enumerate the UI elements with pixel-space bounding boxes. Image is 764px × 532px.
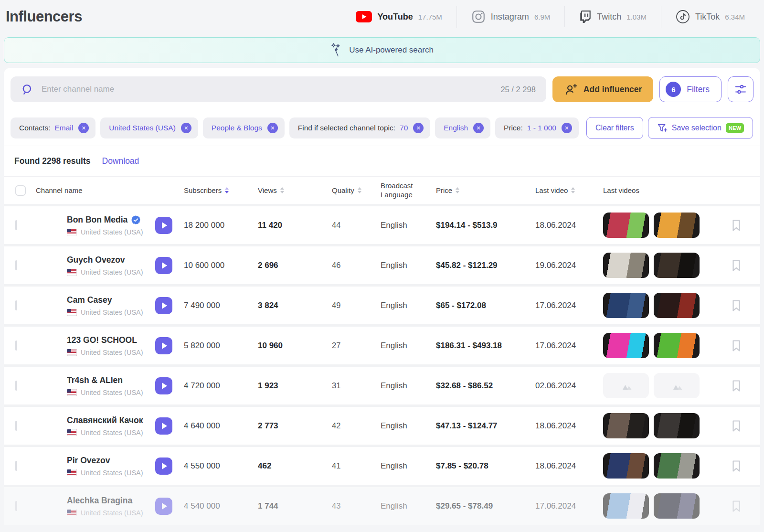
remove-filter-icon[interactable]: ✕ bbox=[267, 123, 278, 133]
channel-name[interactable]: Pir Ovezov bbox=[67, 456, 151, 466]
views-value: 2 696 bbox=[258, 261, 332, 270]
column-last-video[interactable]: Last video bbox=[535, 186, 603, 194]
video-thumbnail[interactable] bbox=[654, 333, 700, 358]
language-value: English bbox=[381, 381, 436, 391]
platform-tab-youtube[interactable]: YouTube 17.75M bbox=[341, 7, 456, 26]
youtube-play-button[interactable] bbox=[155, 417, 172, 435]
row-checkbox[interactable] bbox=[15, 501, 17, 511]
ai-search-banner[interactable]: Use AI-powered search bbox=[4, 37, 760, 63]
video-thumbnail-placeholder[interactable] bbox=[654, 373, 700, 398]
bookmark-icon[interactable] bbox=[732, 299, 741, 312]
youtube-play-button[interactable] bbox=[155, 217, 172, 234]
youtube-play-button[interactable] bbox=[155, 498, 172, 515]
platform-tab-tiktok[interactable]: TikTok 6.34M bbox=[661, 6, 759, 28]
download-link[interactable]: Download bbox=[102, 156, 139, 166]
bookmark-icon[interactable] bbox=[732, 420, 741, 432]
youtube-play-button[interactable] bbox=[155, 337, 172, 354]
bookmark-icon[interactable] bbox=[732, 500, 741, 512]
row-checkbox[interactable] bbox=[15, 461, 17, 471]
channel-search[interactable]: 25 / 2 298 bbox=[11, 76, 546, 102]
video-thumbnail[interactable] bbox=[603, 493, 649, 519]
column-views[interactable]: Views bbox=[258, 186, 332, 194]
column-price[interactable]: Price bbox=[436, 186, 535, 194]
video-thumbnail[interactable] bbox=[654, 413, 700, 438]
remove-filter-icon[interactable]: ✕ bbox=[473, 123, 484, 133]
select-all-checkbox[interactable] bbox=[15, 185, 26, 196]
filters-button[interactable]: 6 Filters bbox=[659, 76, 722, 102]
country-label: United States (USA) bbox=[81, 469, 143, 477]
us-flag-icon bbox=[67, 469, 77, 476]
platform-tab-twitch[interactable]: Twitch 1.03M bbox=[564, 6, 661, 27]
views-value: 462 bbox=[258, 461, 332, 471]
platform-tab-instagram[interactable]: Instagram 6.9M bbox=[456, 6, 564, 28]
language-value: English bbox=[381, 501, 436, 511]
youtube-play-button[interactable] bbox=[155, 377, 172, 394]
row-checkbox[interactable] bbox=[15, 260, 17, 270]
language-value: English bbox=[381, 301, 436, 310]
quality-value: 42 bbox=[332, 421, 381, 430]
top-bar: Influencers YouTube 17.75M Instagram 6.9… bbox=[0, 0, 764, 33]
quality-value: 31 bbox=[332, 381, 381, 390]
country-label: United States (USA) bbox=[81, 349, 143, 356]
channel-name[interactable]: Tr4sh & ALien bbox=[67, 375, 151, 385]
search-result-count: 25 / 2 298 bbox=[500, 85, 535, 94]
remove-filter-icon[interactable]: ✕ bbox=[181, 123, 191, 133]
column-subscribers[interactable]: Subscribers bbox=[184, 186, 258, 194]
video-thumbnail-placeholder[interactable] bbox=[603, 373, 649, 398]
remove-filter-icon[interactable]: ✕ bbox=[78, 123, 89, 133]
search-input[interactable] bbox=[42, 85, 493, 94]
row-checkbox[interactable] bbox=[15, 300, 17, 310]
youtube-play-button[interactable] bbox=[155, 458, 172, 475]
save-selection-button[interactable]: Save selection NEW bbox=[648, 117, 753, 139]
filter-chip: Contacts: Email ✕ bbox=[11, 117, 96, 138]
price-value: $194.14 - $513.9 bbox=[436, 221, 535, 230]
channel-name[interactable]: Alechka Bragina bbox=[67, 496, 151, 506]
row-checkbox[interactable] bbox=[15, 421, 17, 431]
views-value: 10 960 bbox=[258, 341, 332, 351]
bookmark-icon[interactable] bbox=[732, 340, 741, 352]
filter-settings-button[interactable] bbox=[728, 76, 753, 102]
channel-name[interactable]: Cam Casey bbox=[67, 295, 151, 305]
video-thumbnail[interactable] bbox=[603, 253, 649, 278]
youtube-play-button[interactable] bbox=[155, 297, 172, 314]
remove-filter-icon[interactable]: ✕ bbox=[413, 123, 424, 133]
sort-icon bbox=[571, 187, 575, 193]
video-thumbnail[interactable] bbox=[603, 413, 649, 438]
row-checkbox[interactable] bbox=[15, 381, 17, 391]
bookmark-icon[interactable] bbox=[732, 460, 741, 472]
video-thumbnail[interactable] bbox=[654, 453, 700, 479]
bookmark-icon[interactable] bbox=[732, 380, 741, 392]
bookmark-icon[interactable] bbox=[732, 259, 741, 272]
table-row: 123 GO! SCHOOL United States (USA) 5 820… bbox=[4, 327, 760, 364]
table-row: Cam Casey United States (USA) 7 490 000 … bbox=[4, 287, 760, 324]
channel-name[interactable]: Славянский Качок bbox=[67, 415, 151, 426]
column-quality[interactable]: Quality bbox=[332, 186, 381, 194]
add-influencer-button[interactable]: Add influencer bbox=[552, 76, 654, 102]
channel-name[interactable]: 123 GO! SCHOOL bbox=[67, 335, 151, 345]
influencers-panel: 25 / 2 298 Add influencer 6 Filters bbox=[4, 68, 760, 525]
subscribers-value: 18 200 000 bbox=[184, 221, 258, 230]
video-thumbnail[interactable] bbox=[654, 293, 700, 318]
price-value: $47.13 - $124.77 bbox=[436, 421, 535, 431]
sort-icon bbox=[225, 187, 229, 193]
views-value: 3 824 bbox=[258, 301, 332, 310]
row-checkbox[interactable] bbox=[15, 220, 17, 230]
channel-name[interactable]: Bon Bon Media bbox=[67, 215, 151, 225]
video-thumbnail[interactable] bbox=[603, 453, 649, 479]
clear-filters-button[interactable]: Clear filters bbox=[586, 117, 643, 139]
video-thumbnail[interactable] bbox=[603, 213, 649, 238]
video-thumbnail[interactable] bbox=[654, 253, 700, 278]
video-thumbnail[interactable] bbox=[603, 333, 649, 358]
youtube-play-button[interactable] bbox=[155, 257, 172, 274]
channel-name[interactable]: Guych Ovezov bbox=[67, 255, 151, 265]
video-thumbnail[interactable] bbox=[654, 213, 700, 238]
video-thumbnail[interactable] bbox=[603, 293, 649, 318]
remove-filter-icon[interactable]: ✕ bbox=[562, 123, 572, 133]
verified-badge-icon bbox=[131, 215, 140, 224]
row-checkbox[interactable] bbox=[15, 340, 17, 351]
quality-value: 43 bbox=[332, 501, 381, 511]
bookmark-icon[interactable] bbox=[732, 219, 741, 232]
video-thumbnail[interactable] bbox=[654, 493, 700, 519]
subscribers-value: 4 720 000 bbox=[184, 381, 258, 391]
price-value: $32.68 - $86.52 bbox=[436, 381, 535, 391]
